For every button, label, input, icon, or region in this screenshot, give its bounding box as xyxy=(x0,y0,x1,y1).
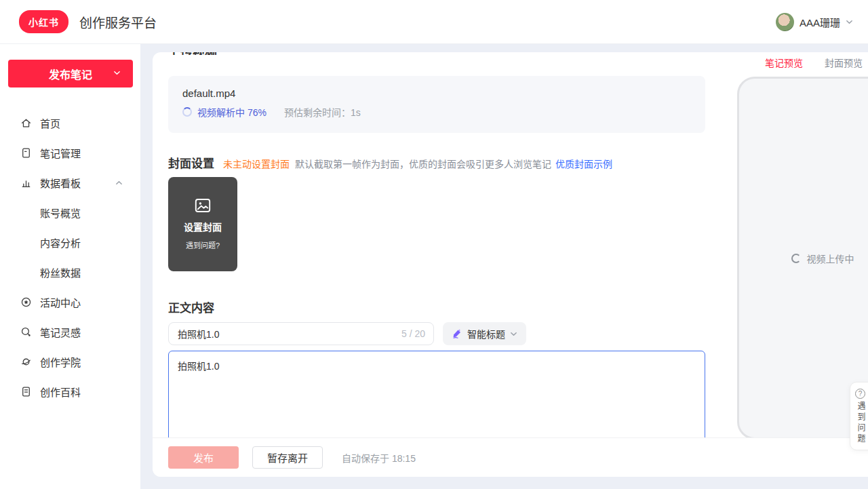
publish-note-button[interactable]: 发布笔记 xyxy=(8,60,133,87)
tab-note-preview[interactable]: 笔记预览 xyxy=(765,56,803,69)
chevron-up-icon xyxy=(115,179,123,187)
chevron-down-icon xyxy=(113,69,121,77)
wiki-icon xyxy=(20,386,32,397)
star-circle-icon xyxy=(20,296,32,308)
sidebar-item-label: 笔记管理 xyxy=(40,146,81,160)
smart-title-button[interactable]: 智能标题 xyxy=(443,322,526,345)
set-cover-label: 设置封面 xyxy=(184,220,222,233)
sidebar-item-label: 粉丝数据 xyxy=(40,265,81,279)
app-title: 创作服务平台 xyxy=(79,13,157,31)
sidebar-item-account-overview[interactable]: 账号概览 xyxy=(0,197,140,227)
tab-cover-preview[interactable]: 封面预览 xyxy=(825,56,863,69)
inspiration-icon xyxy=(20,326,32,338)
autosave-status: 自动保存于 18:15 xyxy=(342,451,416,465)
chevron-down-icon xyxy=(846,18,853,26)
sidebar-item-label: 创作百科 xyxy=(40,385,81,399)
cover-warning: 未主动设置封面 xyxy=(223,157,290,170)
sidebar-item-fans-data[interactable]: 粉丝数据 xyxy=(0,257,140,287)
upload-video-heading: 上传视频 xyxy=(168,52,868,55)
editor-card: 上传视频 default.mp4 视频解析中 76% 预估剩余时间：1s 封面设… xyxy=(153,52,868,477)
sidebar-item-home[interactable]: 首页 xyxy=(0,108,140,138)
home-icon xyxy=(20,117,32,129)
eta-text: 预估剩余时间：1s xyxy=(284,105,361,119)
sidebar-item-label: 内容分析 xyxy=(40,235,81,250)
save-and-leave-button[interactable]: 暂存离开 xyxy=(252,446,323,469)
sidebar-item-label: 笔记灵感 xyxy=(40,325,81,339)
video-upload-status-box: default.mp4 视频解析中 76% 预估剩余时间：1s xyxy=(168,76,705,133)
cover-example-link[interactable]: 优质封面示例 xyxy=(555,157,612,170)
publish-note-label: 发布笔记 xyxy=(49,69,92,81)
note-preview-phone: 视频上传中 xyxy=(737,77,868,439)
sidebar-item-label: 账号概览 xyxy=(40,206,81,220)
sidebar-item-note-inspiration[interactable]: 笔记灵感 xyxy=(0,317,140,347)
video-uploading-status: 视频上传中 xyxy=(807,252,854,265)
chevron-down-icon xyxy=(510,330,517,338)
question-mark-icon: ? xyxy=(855,389,865,399)
sidebar-nav: 首页 笔记管理 数据看板 账号概览 内容分析 粉丝数据 活动中心 笔记灵感 xyxy=(0,108,140,406)
sidebar-item-label: 活动中心 xyxy=(40,295,81,309)
content-section-title: 正文内容 xyxy=(168,298,214,315)
sidebar-item-activity-center[interactable]: 活动中心 xyxy=(0,287,140,317)
sidebar-item-data-dashboard[interactable]: 数据看板 xyxy=(0,168,140,197)
magic-pen-icon xyxy=(452,328,462,339)
sidebar-item-creation-wiki[interactable]: 创作百科 xyxy=(0,376,140,406)
cover-help-link[interactable]: 遇到问题? xyxy=(186,239,220,250)
title-input[interactable] xyxy=(168,322,434,345)
parsing-spinner-icon xyxy=(182,107,192,117)
parsing-status: 视频解析中 76% xyxy=(197,105,267,119)
sidebar-item-creation-college[interactable]: 创作学院 xyxy=(0,347,140,376)
action-bar: 发布 暂存离开 自动保存于 18:15 xyxy=(153,437,868,477)
sidebar-item-label: 首页 xyxy=(40,116,60,130)
note-icon xyxy=(20,147,32,159)
sidebar-item-note-management[interactable]: 笔记管理 xyxy=(0,138,140,168)
planet-icon xyxy=(20,356,32,368)
user-name: AAA珊珊 xyxy=(800,15,840,29)
avatar xyxy=(776,13,794,31)
title-char-counter: 5 / 20 xyxy=(401,328,425,339)
video-filename: default.mp4 xyxy=(182,87,691,99)
sidebar: 发布笔记 首页 笔记管理 数据看板 账号概览 内容分析 粉丝数据 活动中心 xyxy=(0,44,140,489)
sidebar-item-label: 数据看板 xyxy=(40,176,81,190)
sidebar-item-content-analysis[interactable]: 内容分析 xyxy=(0,227,140,257)
user-menu[interactable]: AAA珊珊 xyxy=(776,0,853,44)
help-vertical-label: 遇到问题 xyxy=(855,402,867,445)
chart-icon xyxy=(20,177,32,189)
xiaohongshu-logo[interactable]: 小红书 xyxy=(19,10,68,33)
cover-hint: 默认截取第一帧作为封面，优质的封面会吸引更多人浏览笔记 xyxy=(295,157,551,170)
uploading-spinner-icon xyxy=(791,254,801,263)
smart-title-label: 智能标题 xyxy=(467,327,505,340)
help-floating-button[interactable]: ? 遇到问题 xyxy=(850,382,868,450)
top-header: 小红书 创作服务平台 AAA珊珊 xyxy=(0,0,868,44)
sidebar-item-label: 创作学院 xyxy=(40,355,81,369)
cover-section-title: 封面设置 xyxy=(168,154,214,171)
image-icon xyxy=(195,198,211,213)
publish-button[interactable]: 发布 xyxy=(168,446,239,469)
set-cover-button[interactable]: 设置封面 遇到问题? xyxy=(168,177,237,271)
